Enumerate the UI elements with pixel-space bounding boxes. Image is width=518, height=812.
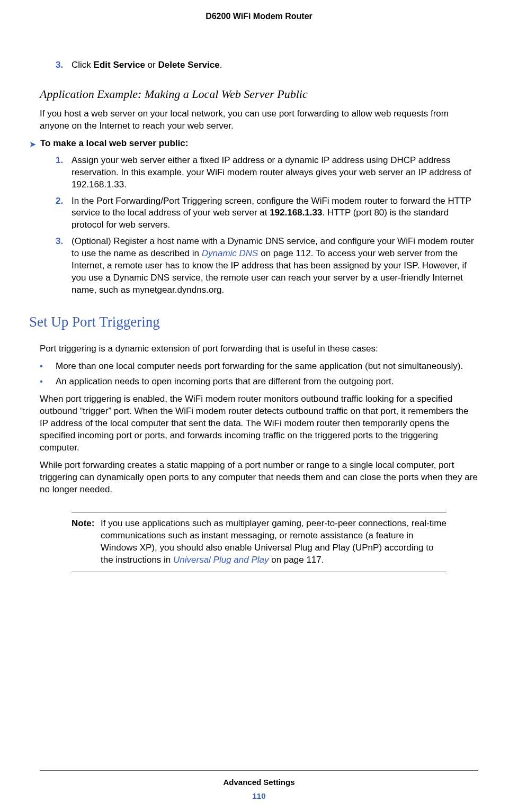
bullet-1: • More than one local computer needs por… — [40, 360, 478, 373]
para-intro: If you host a web server on your local n… — [40, 108, 478, 132]
footer-page-number: 110 — [0, 791, 518, 801]
note-text: If you use applications such as multipla… — [101, 518, 446, 566]
bold-delete-service: Delete Service — [158, 60, 219, 70]
text-prefix: Click — [72, 60, 94, 70]
step-number: 1. — [56, 155, 72, 191]
bullet-icon: • — [40, 376, 56, 388]
bold-edit-service: Edit Service — [94, 60, 145, 70]
text-suffix: . — [220, 60, 222, 70]
step-number: 3. — [56, 236, 72, 296]
procedure-heading-text: To make a local web server public: — [40, 138, 188, 150]
step-3: 3. Click Edit Service or Delete Service. — [56, 59, 478, 71]
proc-step-3: 3. (Optional) Register a host name with … — [56, 236, 478, 296]
proc-step-2: 2. In the Port Forwarding/Port Triggerin… — [56, 195, 478, 232]
footer-section-name: Advanced Settings — [0, 777, 518, 788]
step-text: In the Port Forwarding/Port Triggering s… — [72, 195, 478, 232]
bold-ip: 192.168.1.33 — [270, 207, 322, 218]
page-content: 3. Click Edit Service or Delete Service.… — [40, 59, 478, 572]
note-box: Note: If you use applications such as mu… — [72, 512, 446, 572]
proc-step-1: 1. Assign your web server either a fixed… — [56, 155, 478, 191]
para-trigger-intro: Port triggering is a dynamic extension o… — [40, 343, 478, 355]
note-label: Note: — [72, 518, 101, 566]
bullet-icon: • — [40, 360, 56, 373]
section-heading-port-triggering: Set Up Port Triggering — [29, 312, 478, 331]
text-mid: or — [145, 60, 158, 70]
bullet-2: • An application needs to open incoming … — [40, 376, 478, 388]
subheading-application-example: Application Example: Making a Local Web … — [40, 86, 478, 102]
arrow-icon: ➤ — [29, 139, 36, 150]
para-trigger-explain: When port triggering is enabled, the WiF… — [40, 393, 478, 454]
page-header-title: D6200 WiFi Modem Router — [40, 0, 478, 59]
step-text: Click Edit Service or Delete Service. — [72, 59, 478, 71]
bullet-text: An application needs to open incoming po… — [56, 376, 478, 388]
note-suffix: on page 117. — [269, 555, 324, 565]
procedure-heading: ➤ To make a local web server public: — [29, 138, 478, 150]
step-text: Assign your web server either a fixed IP… — [72, 155, 478, 191]
footer-divider — [40, 770, 478, 771]
page-footer: Advanced Settings 110 — [0, 770, 518, 802]
step-number: 2. — [56, 195, 72, 232]
para-trigger-compare: While port forwarding creates a static m… — [40, 459, 478, 496]
step-text: (Optional) Register a host name with a D… — [72, 236, 478, 296]
bullet-text: More than one local computer needs port … — [56, 360, 478, 373]
step-number: 3. — [56, 59, 72, 71]
link-upnp[interactable]: Universal Plug and Play — [173, 555, 269, 565]
link-dynamic-dns[interactable]: Dynamic DNS — [202, 248, 258, 258]
